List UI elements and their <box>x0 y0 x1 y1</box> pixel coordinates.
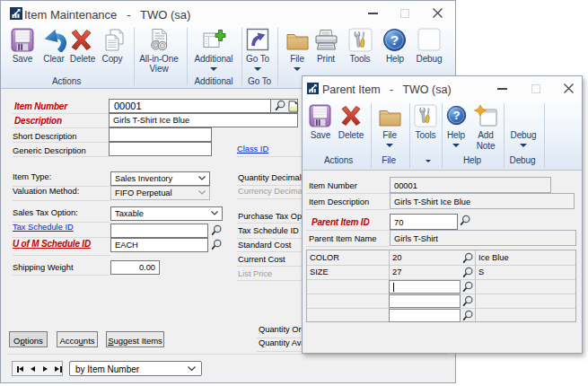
svg-text:?: ? <box>391 32 399 48</box>
svg-text:?: ? <box>452 109 460 122</box>
